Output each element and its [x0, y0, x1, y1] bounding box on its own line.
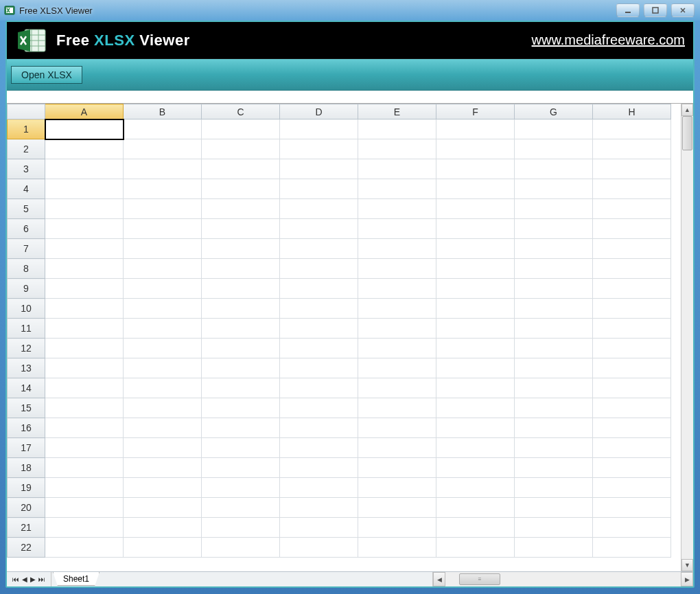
cell-C17[interactable] [202, 438, 280, 458]
cell-E6[interactable] [358, 219, 436, 239]
cell-E2[interactable] [358, 139, 436, 159]
sheet-tab[interactable]: Sheet1 [53, 572, 100, 586]
cell-C14[interactable] [202, 378, 280, 398]
row-header-12[interactable]: 12 [8, 339, 45, 358]
cell-E13[interactable] [358, 358, 436, 378]
cell-A11[interactable] [45, 319, 124, 339]
cell-A7[interactable] [45, 239, 124, 259]
cell-D8[interactable] [280, 259, 358, 279]
cell-F4[interactable] [436, 179, 515, 199]
cell-B8[interactable] [124, 259, 202, 279]
cell-F14[interactable] [436, 378, 515, 398]
cell-G19[interactable] [515, 478, 593, 498]
maximize-button[interactable] [644, 3, 667, 17]
cell-B12[interactable] [124, 339, 202, 358]
cell-B22[interactable] [124, 538, 202, 558]
cell-D5[interactable] [280, 199, 358, 219]
hscroll-thumb[interactable]: ≡ [459, 573, 500, 585]
prev-sheet-icon[interactable]: ◀ [22, 575, 27, 583]
cell-A8[interactable] [45, 259, 124, 279]
row-header-6[interactable]: 6 [8, 219, 45, 239]
cell-E4[interactable] [358, 179, 436, 199]
cell-E12[interactable] [358, 339, 436, 358]
cell-G4[interactable] [515, 179, 593, 199]
col-header-F[interactable]: F [436, 104, 515, 119]
cell-B5[interactable] [124, 199, 202, 219]
cell-C8[interactable] [202, 259, 280, 279]
cell-B9[interactable] [124, 279, 202, 299]
cell-A9[interactable] [45, 279, 124, 299]
cell-H11[interactable] [593, 319, 671, 339]
cell-G6[interactable] [515, 219, 593, 239]
cell-F5[interactable] [436, 199, 515, 219]
cell-F18[interactable] [436, 458, 515, 478]
cell-B14[interactable] [124, 378, 202, 398]
row-header-3[interactable]: 3 [8, 159, 45, 179]
cell-B10[interactable] [124, 299, 202, 319]
cell-A18[interactable] [45, 458, 124, 478]
row-header-14[interactable]: 14 [8, 378, 45, 398]
cell-H12[interactable] [593, 339, 671, 358]
horizontal-scrollbar[interactable]: ◀ ≡ ▶ [432, 572, 693, 586]
row-header-13[interactable]: 13 [8, 358, 45, 378]
cell-C6[interactable] [202, 219, 280, 239]
cell-G22[interactable] [515, 538, 593, 558]
cell-H1[interactable] [593, 119, 671, 139]
cell-H13[interactable] [593, 358, 671, 378]
cell-C22[interactable] [202, 538, 280, 558]
cell-A14[interactable] [45, 378, 124, 398]
cell-H2[interactable] [593, 139, 671, 159]
cell-G8[interactable] [515, 259, 593, 279]
cell-G10[interactable] [515, 299, 593, 319]
cell-F11[interactable] [436, 319, 515, 339]
row-header-7[interactable]: 7 [8, 239, 45, 259]
select-all-corner[interactable] [8, 104, 45, 119]
cell-C21[interactable] [202, 518, 280, 538]
cell-D21[interactable] [280, 518, 358, 538]
cell-B11[interactable] [124, 319, 202, 339]
scroll-up-button[interactable]: ▲ [681, 104, 693, 116]
vertical-scrollbar[interactable]: ▲ ▼ [681, 104, 693, 571]
cell-H8[interactable] [593, 259, 671, 279]
cell-A12[interactable] [45, 339, 124, 358]
cell-E8[interactable] [358, 259, 436, 279]
cell-A3[interactable] [45, 159, 124, 179]
cell-B21[interactable] [124, 518, 202, 538]
cell-D12[interactable] [280, 339, 358, 358]
cell-B6[interactable] [124, 219, 202, 239]
cell-G20[interactable] [515, 498, 593, 518]
hscroll-track[interactable]: ≡ [445, 572, 681, 586]
cell-F9[interactable] [436, 279, 515, 299]
cell-A17[interactable] [45, 438, 124, 458]
cell-F3[interactable] [436, 159, 515, 179]
cell-D2[interactable] [280, 139, 358, 159]
banner-url-link[interactable]: www.mediafreeware.com [532, 32, 685, 48]
col-header-C[interactable]: C [202, 104, 280, 119]
cell-E5[interactable] [358, 199, 436, 219]
cell-F13[interactable] [436, 358, 515, 378]
cell-C2[interactable] [202, 139, 280, 159]
next-sheet-icon[interactable]: ▶ [30, 575, 36, 583]
cell-D13[interactable] [280, 358, 358, 378]
cell-B18[interactable] [124, 458, 202, 478]
cell-H15[interactable] [593, 398, 671, 418]
cell-B7[interactable] [124, 239, 202, 259]
cell-D4[interactable] [280, 179, 358, 199]
cell-E1[interactable] [358, 119, 436, 139]
cell-F20[interactable] [436, 498, 515, 518]
row-header-1[interactable]: 1 [8, 119, 45, 139]
cell-B19[interactable] [124, 478, 202, 498]
cell-F16[interactable] [436, 418, 515, 438]
cell-F17[interactable] [436, 438, 515, 458]
cell-A1[interactable] [45, 119, 124, 139]
row-header-2[interactable]: 2 [8, 139, 45, 159]
cell-D11[interactable] [280, 319, 358, 339]
cell-D7[interactable] [280, 239, 358, 259]
cell-A13[interactable] [45, 358, 124, 378]
cell-H20[interactable] [593, 498, 671, 518]
cell-H19[interactable] [593, 478, 671, 498]
cell-D20[interactable] [280, 498, 358, 518]
cell-G2[interactable] [515, 139, 593, 159]
cell-F6[interactable] [436, 219, 515, 239]
cell-E22[interactable] [358, 538, 436, 558]
